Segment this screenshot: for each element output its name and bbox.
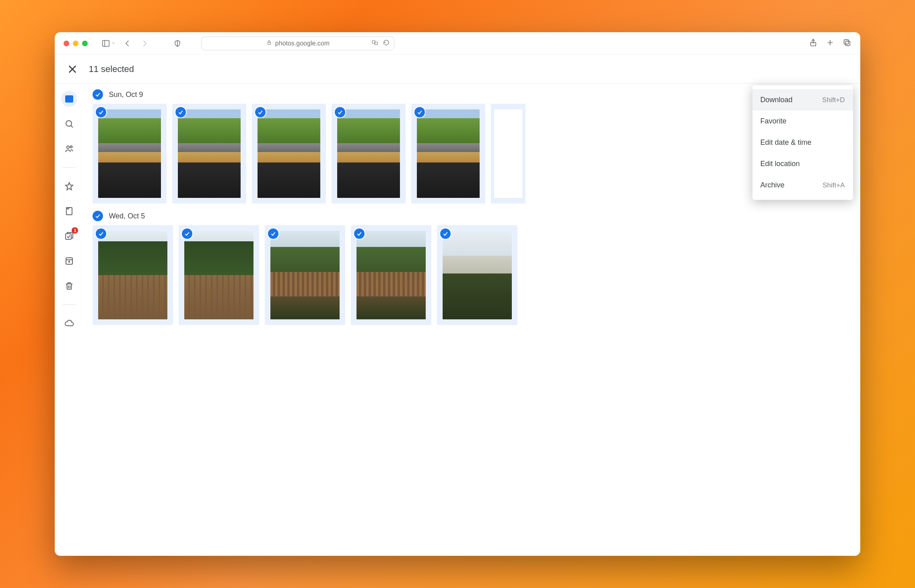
nav-trash[interactable] <box>61 278 77 294</box>
svg-rect-21 <box>66 234 71 239</box>
chevron-down-icon <box>111 40 116 47</box>
svg-point-14 <box>67 97 69 99</box>
nav-favorites[interactable] <box>61 178 77 194</box>
svg-point-17 <box>67 146 69 148</box>
menu-item-label: Edit date & time <box>760 138 812 147</box>
nav-forward-button[interactable] <box>139 38 150 49</box>
window-traffic-lights <box>64 41 88 46</box>
photo-thumbnail[interactable] <box>93 225 173 325</box>
address-bar-host: photos.google.com <box>275 40 330 47</box>
window-zoom-dot[interactable] <box>82 41 88 46</box>
new-tab-button[interactable] <box>826 38 835 49</box>
selection-header: 11 selected <box>55 55 860 84</box>
rail-divider <box>63 304 76 305</box>
group-header[interactable]: Wed, Oct 5 <box>93 211 848 221</box>
svg-rect-3 <box>268 42 270 44</box>
photo-thumbnail[interactable] <box>411 104 485 204</box>
menu-item-download[interactable]: Download Shift+D <box>752 89 853 111</box>
lock-icon <box>266 40 272 47</box>
photo-group: Sun, Oct 9 <box>93 89 848 204</box>
photo-thumbnail[interactable] <box>491 104 526 204</box>
window-minimize-dot[interactable] <box>73 41 78 46</box>
svg-line-16 <box>71 126 73 128</box>
menu-item-label: Edit location <box>760 160 800 168</box>
window-close-dot[interactable] <box>64 41 69 46</box>
nav-sharing[interactable] <box>61 141 77 157</box>
group-select-check-icon[interactable] <box>93 211 103 221</box>
photo-thumbnail[interactable] <box>172 104 246 204</box>
sidebar-toggle-button[interactable] <box>101 39 116 48</box>
svg-rect-0 <box>103 41 109 47</box>
nav-photos[interactable] <box>61 91 77 107</box>
group-select-check-icon[interactable] <box>93 89 103 100</box>
photo-grid-scroll[interactable]: Sun, Oct 9 Wed, Oct 5 <box>84 84 860 555</box>
svg-rect-10 <box>845 41 850 45</box>
menu-item-label: Favorite <box>760 117 787 125</box>
utilities-badge: 1 <box>72 227 78 234</box>
menu-item-favorite[interactable]: Favorite <box>752 111 853 132</box>
tabs-overview-button[interactable] <box>843 38 851 49</box>
photo-group: Wed, Oct 5 <box>93 211 848 325</box>
browser-window: photos.google.com 11 selected <box>55 32 860 555</box>
group-date-label: Wed, Oct 5 <box>109 212 145 220</box>
photo-thumbnail[interactable] <box>437 225 517 325</box>
address-bar[interactable]: photos.google.com <box>201 37 394 50</box>
nav-albums[interactable] <box>61 203 77 219</box>
svg-point-18 <box>70 146 72 148</box>
nav-storage[interactable] <box>61 315 77 331</box>
photo-thumbnail[interactable] <box>332 104 406 204</box>
left-nav-rail: 1 <box>55 84 84 555</box>
app-main: 1 Sun, Oct 9 <box>55 84 860 555</box>
menu-item-edit-date-time[interactable]: Edit date & time <box>752 132 853 153</box>
photo-thumbnail[interactable] <box>93 104 167 204</box>
selection-count-text: 11 selected <box>89 64 134 74</box>
photo-thumbnail[interactable] <box>252 104 326 204</box>
share-button[interactable] <box>809 38 818 49</box>
menu-item-label: Download <box>760 96 793 104</box>
browser-titlebar: photos.google.com <box>55 32 860 55</box>
rail-divider <box>63 167 76 168</box>
nav-search[interactable] <box>61 116 77 132</box>
svg-rect-9 <box>844 40 848 44</box>
group-header[interactable]: Sun, Oct 9 <box>93 89 848 100</box>
nav-back-button[interactable] <box>122 38 133 49</box>
photo-grid <box>93 104 848 204</box>
photo-thumbnail[interactable] <box>179 225 259 325</box>
menu-item-shortcut: Shift+A <box>822 181 845 189</box>
svg-marker-19 <box>66 183 73 190</box>
menu-item-label: Archive <box>760 181 785 189</box>
overflow-menu: Download Shift+D Favorite Edit date & ti… <box>752 85 853 200</box>
photo-thumbnail[interactable] <box>265 225 345 325</box>
menu-item-edit-location[interactable]: Edit location <box>752 153 853 175</box>
photo-grid <box>93 225 848 325</box>
group-date-label: Sun, Oct 9 <box>109 90 143 99</box>
nav-utilities[interactable]: 1 <box>61 228 77 244</box>
privacy-shield-icon[interactable] <box>172 38 183 49</box>
menu-item-archive[interactable]: Archive Shift+A <box>752 175 853 196</box>
svg-point-15 <box>66 121 72 126</box>
menu-item-shortcut: Shift+D <box>822 96 845 104</box>
translate-icon[interactable] <box>371 39 379 48</box>
clear-selection-button[interactable] <box>67 64 78 75</box>
reload-icon[interactable] <box>383 39 390 48</box>
photo-thumbnail[interactable] <box>351 225 431 325</box>
nav-archive[interactable] <box>61 253 77 269</box>
